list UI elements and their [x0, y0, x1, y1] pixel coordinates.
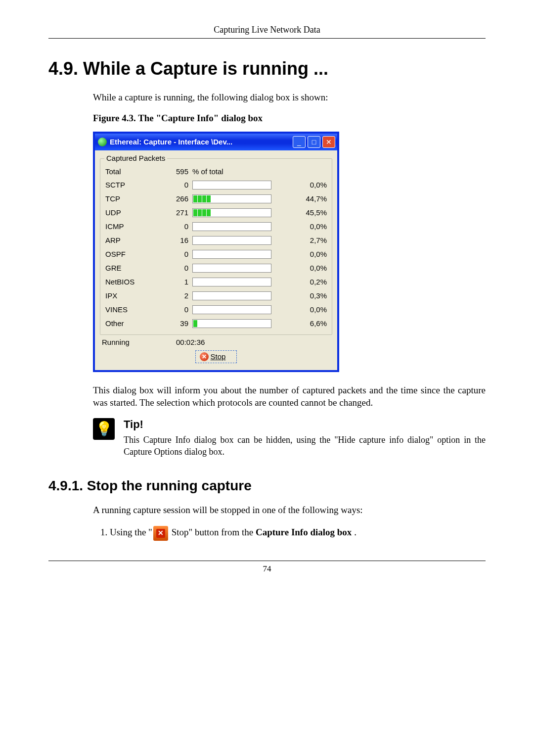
- protocol-count: 0: [156, 178, 190, 192]
- after-figure-text: This dialog box will inform you about th…: [93, 384, 486, 409]
- subsection-heading: 4.9.1. Stop the running capture: [48, 478, 486, 494]
- step1-prefix: Using the ": [110, 527, 152, 537]
- table-row: ARP162,7%: [103, 234, 329, 247]
- progress-bar: [192, 181, 271, 189]
- protocol-pct: 6,6%: [287, 317, 329, 331]
- protocol-name: Total: [103, 165, 156, 178]
- protocol-bar-cell: [190, 192, 287, 206]
- protocol-name: IPX: [103, 289, 156, 303]
- running-time: 00:02:36: [176, 338, 205, 346]
- progress-bar: [192, 208, 271, 217]
- window-title: Ethereal: Capture - Interface \Dev...: [110, 138, 232, 146]
- maximize-icon: □: [312, 139, 316, 145]
- protocol-bar-cell: [190, 220, 287, 234]
- protocol-name: OSPF: [103, 247, 156, 261]
- protocol-pct: 0,0%: [287, 220, 329, 234]
- progress-segment: [202, 209, 206, 216]
- protocol-pct: 2,7%: [287, 234, 329, 247]
- progress-bar: [192, 305, 271, 314]
- stop-button-label: Stop: [211, 352, 226, 361]
- table-row: ICMP00,0%: [103, 220, 329, 234]
- protocol-pct: 0,2%: [287, 275, 329, 289]
- step1-bold: Capture Info dialog box: [256, 527, 352, 537]
- protocol-table: Total595% of totalSCTP00,0%TCP26644,7%UD…: [103, 165, 329, 331]
- tip-body: This Capture Info dialog box can be hidd…: [124, 434, 486, 458]
- protocol-name: VINES: [103, 303, 156, 317]
- protocol-bar-cell: % of total: [190, 165, 287, 178]
- protocol-pct: 0,0%: [287, 178, 329, 192]
- group-legend: Captured Packets: [104, 154, 167, 162]
- protocol-name: TCP: [103, 192, 156, 206]
- protocol-name: GRE: [103, 261, 156, 275]
- inline-stop-icon: ✕: [153, 526, 168, 541]
- step1-suffix: .: [352, 527, 356, 537]
- top-rule: [48, 38, 486, 39]
- table-row: SCTP00,0%: [103, 178, 329, 192]
- page-number: 74: [48, 564, 486, 574]
- tip-title: Tip!: [124, 418, 486, 431]
- table-row: OSPF00,0%: [103, 247, 329, 261]
- progress-segment: [193, 195, 197, 202]
- protocol-count: 2: [156, 289, 190, 303]
- minimize-button[interactable]: _: [293, 136, 306, 148]
- table-row: Total595% of total: [103, 165, 329, 178]
- titlebar[interactable]: Ethereal: Capture - Interface \Dev... _ …: [95, 134, 337, 150]
- protocol-count: 271: [156, 206, 190, 220]
- protocol-pct: 0,0%: [287, 303, 329, 317]
- progress-segment: [198, 209, 202, 216]
- protocol-count: 0: [156, 247, 190, 261]
- section-intro: While a capture is running, the followin…: [93, 91, 486, 104]
- table-row: IPX20,3%: [103, 289, 329, 303]
- capture-info-dialog: Ethereal: Capture - Interface \Dev... _ …: [93, 132, 339, 372]
- progress-bar: [192, 278, 271, 286]
- lightbulb-icon: 💡: [93, 418, 115, 440]
- progress-bar: [192, 264, 271, 273]
- maximize-button[interactable]: □: [308, 136, 320, 148]
- progress-bar: [192, 319, 271, 328]
- progress-bar: [192, 236, 271, 245]
- tip-block: 💡 Tip! This Capture Info dialog box can …: [93, 418, 486, 458]
- protocol-count: 16: [156, 234, 190, 247]
- progress-segment: [207, 195, 211, 202]
- protocol-count: 595: [156, 165, 190, 178]
- protocol-bar-cell: [190, 317, 287, 331]
- protocol-bar-cell: [190, 289, 287, 303]
- protocol-bar-cell: [190, 275, 287, 289]
- stop-icon: ✕: [200, 352, 209, 361]
- bottom-rule: [48, 561, 486, 561]
- close-button[interactable]: ✕: [322, 136, 335, 148]
- progress-segment: [207, 209, 211, 216]
- protocol-bar-cell: [190, 247, 287, 261]
- stop-button[interactable]: ✕ Stop: [195, 350, 237, 363]
- protocol-count: 0: [156, 220, 190, 234]
- step-1: Using the "✕ Stop" button from the Captu…: [110, 525, 486, 541]
- protocol-bar-cell: [190, 206, 287, 220]
- protocol-bar-cell: [190, 178, 287, 192]
- table-row: VINES00,0%: [103, 303, 329, 317]
- protocol-pct: 0,0%: [287, 261, 329, 275]
- protocol-name: ARP: [103, 234, 156, 247]
- close-icon: ✕: [326, 139, 332, 145]
- app-icon: [98, 138, 107, 146]
- protocol-count: 266: [156, 192, 190, 206]
- protocol-bar-cell: [190, 303, 287, 317]
- progress-bar: [192, 291, 271, 300]
- protocol-name: ICMP: [103, 220, 156, 234]
- protocol-count: 0: [156, 261, 190, 275]
- progress-segment: [202, 195, 206, 202]
- steps-list: Using the "✕ Stop" button from the Captu…: [93, 525, 486, 541]
- captured-packets-group: Captured Packets Total595% of totalSCTP0…: [100, 158, 332, 335]
- figure-caption: Figure 4.3. The "Capture Info" dialog bo…: [93, 113, 486, 124]
- protocol-bar-cell: [190, 234, 287, 247]
- section-heading: 4.9. While a Capture is running ...: [48, 58, 486, 79]
- protocol-pct: 0,0%: [287, 247, 329, 261]
- protocol-bar-cell: [190, 261, 287, 275]
- progress-segment: [193, 320, 197, 327]
- protocol-count: 39: [156, 317, 190, 331]
- progress-bar: [192, 222, 271, 231]
- protocol-pct: [287, 165, 329, 178]
- progress-segment: [198, 195, 202, 202]
- protocol-count: 1: [156, 275, 190, 289]
- protocol-name: NetBIOS: [103, 275, 156, 289]
- table-row: UDP27145,5%: [103, 206, 329, 220]
